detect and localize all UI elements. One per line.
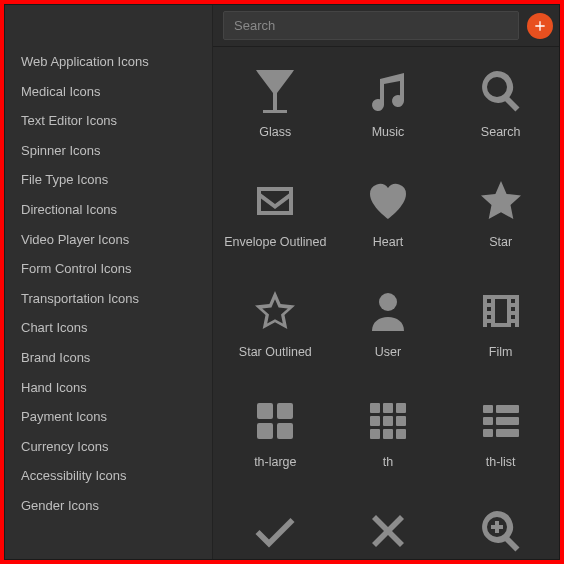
icon-label: th xyxy=(383,455,393,485)
times-icon xyxy=(360,503,416,559)
icon-cell-th-list[interactable]: th-list xyxy=(446,385,555,491)
sidebar-item[interactable]: Payment Icons xyxy=(5,402,212,432)
sidebar-item[interactable]: Hand Icons xyxy=(5,373,212,403)
film-icon xyxy=(473,283,529,339)
music-icon xyxy=(360,63,416,119)
icon-label: th-large xyxy=(254,455,296,485)
search-plus-icon xyxy=(473,503,529,559)
icon-cell-check[interactable]: Check xyxy=(221,495,330,559)
icon-label: Music xyxy=(372,125,405,155)
icon-cell-search-plus[interactable]: Search Plus xyxy=(446,495,555,559)
icon-picker-panel: Web Application IconsMedical IconsText E… xyxy=(4,4,560,560)
sidebar-item[interactable]: Brand Icons xyxy=(5,343,212,373)
th-large-icon xyxy=(247,393,303,449)
sidebar-item[interactable]: Accessibility Icons xyxy=(5,461,212,491)
sidebar-item[interactable]: File Type Icons xyxy=(5,165,212,195)
sidebar-item[interactable]: Text Editor Icons xyxy=(5,106,212,136)
icon-cell-star[interactable]: Star xyxy=(446,165,555,271)
search-input[interactable] xyxy=(223,11,519,40)
icon-label: Search xyxy=(481,125,521,155)
icon-cell-heart[interactable]: Heart xyxy=(334,165,443,271)
check-icon xyxy=(247,503,303,559)
sidebar-item[interactable]: Transportation Icons xyxy=(5,284,212,314)
icon-cell-star-o[interactable]: Star Outlined xyxy=(221,275,330,381)
icon-label: Heart xyxy=(373,235,404,265)
th-icon xyxy=(360,393,416,449)
icon-cell-user[interactable]: User xyxy=(334,275,443,381)
icon-label: Envelope Outlined xyxy=(224,235,326,265)
icon-cell-music[interactable]: Music xyxy=(334,55,443,161)
star-o-icon xyxy=(247,283,303,339)
sidebar-item[interactable]: Directional Icons xyxy=(5,195,212,225)
icon-label: User xyxy=(375,345,401,375)
icon-cell-th-large[interactable]: th-large xyxy=(221,385,330,491)
th-list-icon xyxy=(473,393,529,449)
star-icon xyxy=(473,173,529,229)
sidebar-item[interactable]: Form Control Icons xyxy=(5,254,212,284)
category-sidebar: Web Application IconsMedical IconsText E… xyxy=(5,5,213,559)
icon-label: Star Outlined xyxy=(239,345,312,375)
icon-label: Film xyxy=(489,345,513,375)
user-icon xyxy=(360,283,416,339)
icon-grid-scroll[interactable]: GlassMusicSearchEnvelope OutlinedHeartSt… xyxy=(213,47,559,559)
icon-label: Glass xyxy=(259,125,291,155)
sidebar-item[interactable]: Spinner Icons xyxy=(5,136,212,166)
icon-cell-glass[interactable]: Glass xyxy=(221,55,330,161)
heart-icon xyxy=(360,173,416,229)
sidebar-item[interactable]: Currency Icons xyxy=(5,432,212,462)
icon-cell-times[interactable]: Times xyxy=(334,495,443,559)
icon-cell-film[interactable]: Film xyxy=(446,275,555,381)
icon-cell-envelope-o[interactable]: Envelope Outlined xyxy=(221,165,330,271)
glass-icon xyxy=(247,63,303,119)
icon-cell-search[interactable]: Search xyxy=(446,55,555,161)
icon-label: th-list xyxy=(486,455,516,485)
icon-label: Star xyxy=(489,235,512,265)
sidebar-item[interactable]: Gender Icons xyxy=(5,491,212,521)
icon-grid: GlassMusicSearchEnvelope OutlinedHeartSt… xyxy=(221,55,555,559)
icon-cell-th[interactable]: th xyxy=(334,385,443,491)
sidebar-item[interactable]: Chart Icons xyxy=(5,313,212,343)
sidebar-item[interactable]: Video Player Icons xyxy=(5,225,212,255)
envelope-o-icon xyxy=(247,173,303,229)
plus-icon xyxy=(532,18,548,34)
search-row xyxy=(213,5,559,47)
add-button[interactable] xyxy=(527,13,553,39)
sidebar-item[interactable]: Web Application Icons xyxy=(5,47,212,77)
main-pane: GlassMusicSearchEnvelope OutlinedHeartSt… xyxy=(213,5,559,559)
sidebar-item[interactable]: Medical Icons xyxy=(5,77,212,107)
search-icon xyxy=(473,63,529,119)
